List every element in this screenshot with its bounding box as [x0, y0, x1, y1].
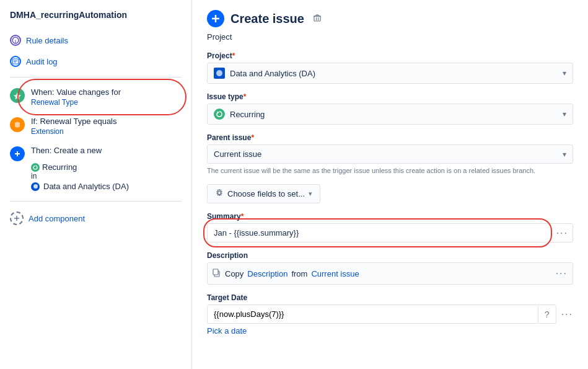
if-title: If: Renewal Type equals	[31, 117, 117, 126]
then-recurring-icon	[31, 163, 40, 172]
if-badge	[10, 117, 25, 132]
project-select[interactable]: Data and Analytics (DA) ▾	[207, 63, 573, 84]
issue-type-label: Issue type*	[207, 92, 573, 101]
create-plus-icon	[207, 10, 224, 27]
then-da: Data and Analytics (DA)	[31, 182, 182, 191]
then-badge	[10, 146, 25, 161]
sidebar-divider	[10, 77, 182, 78]
workflow-if-item[interactable]: If: Renewal Type equals Extension	[0, 112, 191, 141]
project-group: Project* Data and Analytics (DA) ▾	[207, 51, 573, 84]
main-panel: Create issue Project Project* Data and A…	[192, 0, 588, 369]
sidebar-item-audit-log[interactable]: Audit log	[0, 51, 191, 72]
svg-rect-12	[314, 16, 320, 21]
target-date-group: Target Date ? ··· Pick a date	[207, 293, 573, 336]
parent-issue-select[interactable]: Current issue ▾	[207, 144, 573, 164]
then-da-label: Data and Analytics (DA)	[43, 182, 129, 191]
parent-issue-label: Parent issue*	[207, 133, 573, 142]
workflow-then-item[interactable]: Then: Create a new Recurring in Data and…	[0, 141, 191, 196]
issue-type-select-content: Recurring	[214, 109, 265, 120]
target-date-input-wrapper: ?	[207, 305, 556, 324]
summary-input-wrapper: ···	[207, 223, 573, 242]
rule-details-label: Rule details	[26, 36, 68, 45]
copy-left-content: Copy Description from Current issue	[213, 269, 359, 279]
project-chevron: ▾	[563, 69, 566, 78]
target-date-row: ? ···	[207, 305, 573, 324]
copy-icon	[213, 269, 221, 279]
when-title: When: Value changes for	[31, 87, 121, 97]
delete-icon[interactable]	[313, 14, 322, 24]
add-component-item[interactable]: Add component	[0, 207, 191, 230]
description-group: Description Copy Description from Curren…	[207, 251, 573, 285]
project-label: Project*	[207, 51, 573, 60]
then-title: Then: Create a new	[31, 146, 102, 155]
description-more-icon[interactable]: ···	[556, 268, 568, 279]
parent-issue-group: Parent issue* Current issue ▾ The curren…	[207, 133, 573, 176]
issue-type-group: Issue type* Recurring ▾	[207, 92, 573, 125]
description-from-label: Description	[247, 269, 287, 278]
svg-point-20	[216, 70, 222, 76]
then-in: in	[31, 172, 182, 180]
svg-point-7	[33, 184, 38, 189]
then-recurring-label: Recurring	[42, 162, 77, 172]
parent-issue-value: Current issue	[214, 149, 261, 159]
page-title: Create issue	[230, 12, 304, 26]
description-copy-row: Copy Description from Current issue ···	[207, 262, 573, 285]
project-value: Data and Analytics (DA)	[230, 69, 315, 78]
parent-issue-select-content: Current issue	[214, 149, 261, 159]
summary-more-icon[interactable]: ···	[556, 228, 568, 239]
choose-fields-label: Choose fields to set...	[227, 189, 305, 198]
then-recurring: Recurring	[31, 162, 182, 172]
then-da-icon	[31, 182, 40, 191]
main-header: Create issue	[207, 10, 573, 27]
issue-type-icon	[214, 109, 225, 120]
sidebar-title: DMHA_recurringAutomation	[0, 10, 191, 30]
description-label: Description	[207, 251, 573, 260]
pick-date-link[interactable]: Pick a date	[207, 326, 247, 336]
description-source-label: Current issue	[311, 269, 359, 278]
summary-label: Summary*	[207, 212, 573, 221]
if-subtitle: Extension	[31, 127, 117, 136]
target-date-help-icon[interactable]: ?	[538, 306, 556, 323]
issue-type-select[interactable]: Recurring ▾	[207, 104, 573, 125]
copy-text: Copy	[225, 269, 244, 278]
choose-fields-chevron: ▾	[309, 190, 312, 198]
add-component-label: Add component	[29, 214, 85, 223]
issue-type-chevron: ▾	[563, 110, 566, 118]
sidebar-item-rule-details[interactable]: i Rule details	[0, 30, 191, 51]
project-select-content: Data and Analytics (DA)	[214, 68, 315, 79]
parent-issue-chevron: ▾	[563, 150, 566, 159]
copy-from-text: from	[291, 269, 307, 278]
svg-text:i: i	[15, 38, 16, 44]
target-date-label: Target Date	[207, 293, 573, 302]
gear-icon	[215, 189, 224, 199]
when-badge	[10, 88, 25, 103]
issue-type-value: Recurring	[230, 110, 265, 119]
sidebar-divider-2	[10, 201, 182, 202]
summary-input[interactable]	[207, 223, 573, 242]
sidebar: DMHA_recurringAutomation i Rule details …	[0, 0, 192, 369]
choose-fields-button[interactable]: Choose fields to set... ▾	[207, 184, 320, 203]
target-date-input[interactable]	[208, 305, 538, 323]
audit-log-label: Audit log	[26, 57, 58, 66]
svg-rect-23	[213, 269, 218, 275]
add-component-icon	[10, 211, 24, 225]
workflow-when-item[interactable]: When: Value changes for Renewal Type	[0, 82, 191, 112]
project-icon	[214, 68, 225, 79]
summary-group: Summary* ···	[207, 212, 573, 242]
when-subtitle: Renewal Type	[31, 98, 121, 107]
parent-issue-hint: The current issue will be the same as th…	[207, 166, 573, 176]
svg-rect-2	[12, 59, 19, 64]
form-subtitle: Project	[207, 32, 573, 42]
rule-details-icon: i	[10, 35, 21, 46]
target-date-more-icon[interactable]: ···	[561, 309, 573, 320]
audit-log-icon	[10, 56, 21, 67]
